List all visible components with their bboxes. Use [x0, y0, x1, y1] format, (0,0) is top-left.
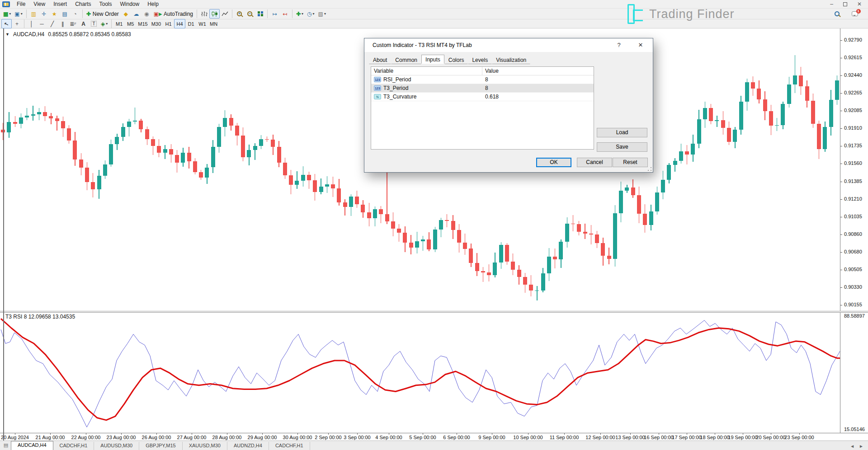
publisher-button[interactable]: ☁: [131, 9, 142, 19]
bar-chart-button[interactable]: [199, 9, 209, 19]
price-axis-label: 0.91735: [844, 143, 862, 148]
dialog-title-bar[interactable]: Custom Indicator - T3 RSI MT4 by TFLab: [364, 38, 653, 52]
channel-button[interactable]: ∥: [57, 19, 68, 28]
periods-button[interactable]: ◷▾: [305, 9, 316, 19]
cancel-button[interactable]: Cancel: [577, 158, 612, 167]
timeframe-w1[interactable]: W1: [197, 19, 208, 28]
save-button[interactable]: Save: [597, 142, 647, 152]
timeframe-m1[interactable]: M1: [113, 19, 125, 28]
one-click-trading-arrow-icon[interactable]: ▼: [5, 32, 9, 37]
load-button[interactable]: Load: [597, 128, 647, 137]
trendline-button[interactable]: ╱: [47, 19, 57, 28]
data-window-button[interactable]: ✛: [39, 9, 49, 19]
profiles-button[interactable]: ▣▾: [13, 9, 24, 19]
dialog-tab-common[interactable]: Common: [391, 55, 421, 64]
timeframe-d1[interactable]: D1: [185, 19, 197, 28]
navigator-button[interactable]: ★: [49, 9, 60, 19]
search-button[interactable]: [832, 9, 842, 19]
value-cell[interactable]: 0.618: [482, 94, 594, 100]
dialog-tab-colors[interactable]: Colors: [444, 55, 468, 64]
menu-view[interactable]: View: [29, 0, 49, 8]
close-button[interactable]: ✕: [857, 1, 862, 7]
crosshair-button[interactable]: +: [12, 19, 22, 28]
crosshair-icon: +: [15, 21, 19, 27]
reset-button[interactable]: Reset: [613, 158, 648, 167]
indicator-panel[interactable]: T3 RSI 8 12.09658 13.04535: [0, 313, 868, 433]
menu-insert[interactable]: Insert: [49, 0, 71, 8]
terminal-button[interactable]: ▤: [60, 9, 70, 19]
dialog-tab-levels[interactable]: Levels: [468, 55, 492, 64]
scroll-left-icon[interactable]: ◄: [850, 444, 854, 449]
tile-windows-button[interactable]: [255, 9, 265, 19]
dialog-tab-inputs[interactable]: Inputs: [421, 55, 444, 64]
input-row-t3_curvature[interactable]: ½T3_Curvature0.618: [371, 93, 594, 101]
menu-charts[interactable]: Charts: [71, 0, 95, 8]
date-axis[interactable]: 20 Aug 202421 Aug 00:0022 Aug 00:0023 Au…: [0, 433, 868, 441]
chart-shift-button[interactable]: ↤: [280, 9, 290, 19]
market-watch-button[interactable]: ▥: [28, 9, 39, 19]
chart-tab-0[interactable]: AUDCAD,H4: [11, 441, 53, 450]
text-label-button[interactable]: T: [89, 19, 99, 28]
value-cell[interactable]: 8: [482, 85, 594, 91]
menu-window[interactable]: Window: [116, 0, 144, 8]
horizontal-line-button[interactable]: ─: [37, 19, 47, 28]
restore-button[interactable]: [843, 2, 847, 6]
line-chart-button[interactable]: [220, 9, 230, 19]
price-axis[interactable]: 0.927900.926150.924400.922650.920850.919…: [840, 28, 868, 311]
dialog-help-button[interactable]: ?: [613, 42, 625, 48]
indicator-chart[interactable]: [0, 313, 840, 433]
dialog-tab-visualization[interactable]: Visualization: [492, 55, 530, 64]
auto-scroll-button[interactable]: ↦: [269, 9, 280, 19]
timeframe-m15[interactable]: M15: [136, 19, 149, 28]
indicator-axis-min: 15.05146: [844, 427, 865, 432]
metaeditor-button[interactable]: ◆: [121, 9, 131, 19]
price-tick: [840, 40, 842, 41]
minimize-button[interactable]: –: [830, 1, 833, 7]
ok-button[interactable]: OK: [536, 158, 571, 167]
dialog-close-button[interactable]: ✕: [635, 42, 646, 48]
timeframe-mn[interactable]: MN: [208, 19, 219, 28]
fibonacci-button[interactable]: ≣F: [68, 19, 78, 28]
autotrading-button[interactable]: ▣ ▶ AutoTrading: [152, 9, 195, 19]
arrows-button[interactable]: ◈▾: [99, 19, 109, 28]
indicator-axis[interactable]: 88.58897 15.05146: [840, 313, 868, 433]
price-tick: [840, 199, 842, 200]
templates-button[interactable]: ▧▾: [316, 9, 328, 19]
indicators-button[interactable]: ✚▾: [294, 9, 305, 19]
timeframe-m30[interactable]: M30: [150, 19, 163, 28]
timeframe-h4[interactable]: H4: [174, 19, 185, 28]
chart-tab-2[interactable]: AUDUSD,M30: [94, 442, 139, 450]
timeframe-m5[interactable]: M5: [125, 19, 136, 28]
dialog-tab-about[interactable]: About: [369, 55, 391, 64]
vertical-line-button[interactable]: │: [26, 19, 37, 28]
text-button[interactable]: A: [78, 19, 89, 28]
cursor-button[interactable]: ↖: [1, 19, 12, 28]
zoom-out-button[interactable]: −: [245, 9, 255, 19]
candlestick-chart-button[interactable]: [209, 9, 220, 19]
int-type-icon: 123: [374, 85, 381, 91]
scroll-right-icon[interactable]: ►: [859, 444, 863, 449]
indicator-line-rsi: [1, 320, 840, 427]
chart-tab-4[interactable]: XAUUSD,M30: [183, 442, 227, 450]
chart-tab-1[interactable]: CADCHF,H1: [53, 442, 94, 450]
input-row-t3_period[interactable]: 123T3_Period8: [371, 84, 594, 93]
menu-file[interactable]: File: [13, 0, 29, 8]
chart-list-icon[interactable]: ▤: [2, 442, 10, 450]
chart-tab-5[interactable]: AUDNZD,H4: [227, 442, 269, 450]
chart-tab-3[interactable]: GBPJPY,M15: [139, 442, 182, 450]
alerts-button[interactable]: ◉: [142, 9, 152, 19]
chart-tab-6[interactable]: CADCHF,H1: [269, 442, 310, 450]
timeframe-h1[interactable]: H1: [163, 19, 174, 28]
menu-help[interactable]: Help: [143, 0, 163, 8]
menu-tools[interactable]: Tools: [95, 0, 116, 8]
new-chart-button[interactable]: ▦▾: [1, 9, 13, 19]
zoom-in-button[interactable]: +: [234, 9, 245, 19]
chat-button[interactable]: 1: [849, 9, 860, 19]
data-window-icon: ✛: [42, 11, 46, 17]
input-row-rsi_period[interactable]: 123RSI_Period8: [371, 75, 594, 84]
new-order-button[interactable]: ✚ New Order: [85, 9, 121, 19]
strategy-tester-button[interactable]: ◔: [70, 9, 80, 19]
resize-grip[interactable]: [648, 167, 651, 171]
value-cell[interactable]: 8: [482, 76, 594, 83]
panel-splitter[interactable]: [0, 311, 868, 313]
